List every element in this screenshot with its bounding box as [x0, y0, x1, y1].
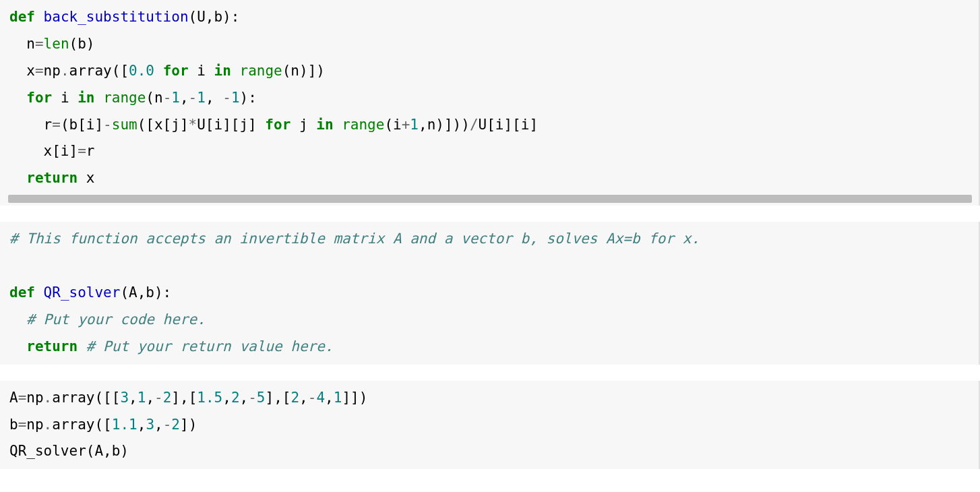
code-token: ([x[j]: [137, 117, 189, 133]
code-token: =: [35, 63, 44, 79]
code-token: =: [52, 117, 61, 133]
code-token: -: [103, 117, 112, 133]
code-token: .: [44, 417, 53, 433]
code-token: (A,b):: [120, 284, 171, 301]
code-token: (U,b):: [189, 9, 240, 25]
code-token: ,: [129, 390, 137, 406]
code-token: range: [103, 90, 146, 106]
code-token: 3: [120, 390, 129, 406]
code-token: ,: [240, 390, 249, 406]
code-token: [35, 284, 44, 301]
code-token: np: [26, 390, 43, 406]
code-token: i: [189, 63, 214, 79]
code-token: # Put your code here.: [26, 311, 206, 328]
code-token: def: [9, 9, 35, 25]
code-token: [154, 63, 163, 79]
code-token: QR_solver: [44, 284, 121, 301]
code-token: (n)]): [282, 63, 325, 79]
code-token: ,: [137, 417, 146, 433]
code-cell[interactable]: # This function accepts an invertible ma…: [0, 222, 980, 364]
code-cell-body[interactable]: def back_substitution(U,b): n=len(b) x=n…: [9, 4, 971, 192]
code-token: 1: [410, 117, 419, 133]
code-token: in: [214, 63, 231, 79]
code-token: 0.0: [129, 63, 154, 79]
code-token: ,: [222, 390, 231, 406]
code-token: for: [265, 117, 290, 133]
code-token: range: [239, 63, 282, 79]
code-token: x: [9, 63, 35, 79]
code-token: 2: [231, 390, 240, 406]
code-token: ,: [180, 90, 189, 106]
code-token: A: [9, 390, 18, 406]
code-token: x: [78, 170, 94, 186]
code-token: [231, 63, 240, 79]
code-token: QR_solver(A,b): [9, 443, 129, 459]
code-token: =: [18, 417, 27, 433]
code-cell[interactable]: def back_substitution(U,b): n=len(b) x=n…: [0, 0, 980, 206]
code-token: 1.1: [112, 417, 137, 433]
code-token: [334, 117, 342, 133]
code-token: 1: [197, 90, 206, 106]
code-token: =: [35, 36, 44, 52]
code-token: 3: [146, 417, 154, 433]
code-token: 2: [171, 417, 180, 433]
code-token: return: [26, 170, 78, 186]
code-token: ,: [206, 90, 222, 106]
code-token: [35, 9, 44, 25]
code-token: in: [316, 117, 333, 133]
code-token: 1.5: [197, 390, 222, 406]
code-token: # Put your return value here.: [86, 338, 334, 355]
code-token: U[i][i]: [479, 117, 539, 133]
code-token: array([: [69, 63, 129, 79]
code-token: np: [26, 417, 43, 433]
code-token: r: [9, 117, 52, 133]
code-token: ,n)])): [419, 117, 470, 133]
code-cell-body[interactable]: A=np.array([[3,1,-2],[1.5,2,-5],[2,-4,1]…: [9, 385, 971, 466]
code-token: ]): [180, 417, 197, 433]
horizontal-scrollbar[interactable]: [8, 195, 972, 203]
code-token: return: [26, 338, 78, 355]
code-token: b: [9, 417, 18, 433]
code-token: -: [163, 417, 172, 433]
code-token: # This function accepts an invertible ma…: [9, 230, 700, 247]
code-token: [78, 338, 86, 355]
code-token: def: [9, 284, 35, 301]
code-token: -: [222, 90, 231, 106]
code-token: r: [86, 143, 95, 159]
code-token: x[i]: [9, 143, 78, 159]
code-token: -: [189, 90, 197, 106]
code-token: 1: [334, 390, 342, 406]
code-token: for: [26, 90, 52, 106]
code-token: -: [154, 390, 163, 406]
code-token: sum: [112, 117, 137, 133]
code-token: (b[i]: [61, 117, 103, 133]
code-token: [9, 338, 26, 355]
code-token: array([: [52, 417, 112, 433]
code-token: (b): [69, 36, 95, 52]
code-token: [9, 170, 26, 186]
code-token: -: [308, 390, 317, 406]
code-token: [9, 311, 26, 328]
code-token: 1: [137, 390, 146, 406]
code-token: *: [189, 117, 197, 133]
code-token: in: [78, 90, 94, 106]
code-token: 1: [171, 90, 180, 106]
code-token: n: [9, 36, 35, 52]
code-token: .: [44, 390, 53, 406]
code-token: 4: [316, 390, 325, 406]
code-token: U[i][j]: [197, 117, 265, 133]
code-cell[interactable]: A=np.array([[3,1,-2],[1.5,2,-5],[2,-4,1]…: [0, 381, 980, 470]
code-token: len: [44, 36, 69, 52]
code-cell-body[interactable]: # This function accepts an invertible ma…: [9, 226, 971, 360]
code-token: i: [52, 90, 78, 106]
notebook-cells: def back_substitution(U,b): n=len(b) x=n…: [0, 0, 980, 469]
code-token: array([[: [52, 390, 120, 406]
code-token: 1: [231, 90, 240, 106]
code-token: .: [61, 63, 69, 79]
code-token: 2: [290, 390, 299, 406]
code-token: np: [44, 63, 61, 79]
code-token: for: [163, 63, 189, 79]
code-token: ],[: [171, 390, 197, 406]
code-token: =: [18, 390, 27, 406]
code-token: 5: [257, 390, 266, 406]
